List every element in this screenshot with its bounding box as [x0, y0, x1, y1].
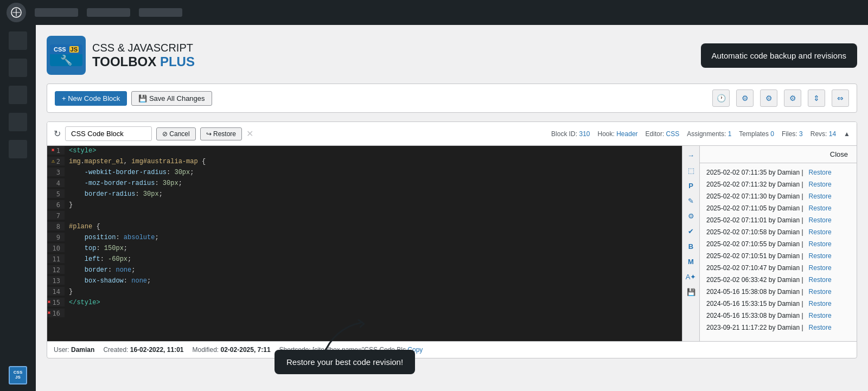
code-line-4: 4 -moz-border-radius: 30px; [47, 178, 682, 189]
code-line-13: 13 box-shadow: none; [47, 276, 682, 287]
revisions-close-button[interactable]: Close [828, 150, 850, 158]
code-line-2: ⚠ 2 img.mapster_el, img#australia-map { [47, 157, 682, 168]
editor-link[interactable]: CSS [666, 130, 680, 138]
revision-item-13: 2024-05-16 15:33:08 by Damian | Restore [700, 310, 857, 322]
assignments-link[interactable]: 1 [728, 130, 732, 138]
side-icon-b[interactable]: B [684, 239, 698, 253]
revision-restore-14[interactable]: Restore [809, 324, 832, 331]
revision-restore-9[interactable]: Restore [809, 264, 832, 272]
revision-restore-13[interactable]: Restore [809, 312, 832, 319]
side-icon-a-star[interactable]: A✦ [684, 270, 698, 284]
revision-restore-5[interactable]: Restore [809, 216, 832, 224]
cancel-button[interactable]: ⊘ Cancel [156, 127, 196, 140]
sidebar-icon-1[interactable] [9, 31, 27, 50]
revision-restore-2[interactable]: Restore [809, 181, 832, 188]
sidebar-icon-4[interactable] [9, 113, 27, 131]
line-gutter-14: 14 [47, 287, 65, 296]
collapse-panel-icon[interactable]: ▲ [844, 130, 850, 138]
revisions-header: Close [700, 146, 857, 163]
close-x-icon[interactable]: ✕ [246, 129, 253, 139]
line-gutter-1: ✖ 1 [47, 146, 65, 155]
revs-link[interactable]: 14 [829, 130, 836, 138]
block-id-link[interactable]: 310 [579, 130, 590, 138]
revision-restore-6[interactable]: Restore [809, 228, 832, 236]
revision-date-7: 2025-02-02 07:10:55 by Damian | [706, 240, 803, 248]
footer-user: User: Damian [54, 346, 94, 354]
line-content-16 [65, 309, 682, 318]
revision-restore-4[interactable]: Restore [809, 204, 832, 212]
plugin-logo: CSS JS 🔧 [47, 36, 86, 75]
copy-link[interactable]: Copy [407, 346, 423, 354]
line-num-9: 9 [56, 234, 60, 241]
save-changes-button[interactable]: 💾 Save All Changes [131, 91, 212, 106]
restore-label: ↪ Restore [206, 130, 236, 138]
line-gutter-2: ⚠ 2 [47, 157, 65, 165]
revision-restore-8[interactable]: Restore [809, 252, 832, 260]
revision-restore-12[interactable]: Restore [809, 300, 832, 307]
plugin-sidebar-icon[interactable]: CSSJS [9, 366, 27, 384]
line-content-2: img.mapster_el, img#australia-map { [65, 157, 682, 166]
code-body: ✖ 1 <style> ⚠ 2 img.mapster_el, img#aust… [47, 146, 857, 341]
plugin-name-css: CSS & JAVASCRIPT [92, 42, 193, 54]
sidebar-icon-3[interactable] [9, 86, 27, 104]
side-icon-check[interactable]: ✔ [684, 224, 698, 238]
plugin-title-block: CSS & JAVASCRIPT TOOLBOX PLUS [92, 42, 195, 69]
revision-restore-10[interactable]: Restore [809, 276, 832, 284]
code-line-15: ✖ 15 </style> [47, 298, 682, 309]
line-gutter-5: 5 [47, 189, 65, 198]
hook-link[interactable]: Header [616, 130, 637, 138]
admin-menu-item-1[interactable] [35, 8, 78, 17]
code-line-1: ✖ 1 <style> [47, 146, 682, 157]
templates-link[interactable]: 0 [770, 130, 774, 138]
wordpress-logo[interactable] [7, 3, 26, 22]
line-gutter-13: 13 [47, 276, 65, 285]
line-content-3: -webkit-border-radius: 30px; [65, 168, 682, 177]
code-panel: ↻ ⊘ Cancel ↪ Restore ✕ Block ID: 310 Hoo… [47, 121, 857, 358]
footer-created: Created: 16-02-2022, 11:01 [103, 346, 183, 354]
admin-bar [0, 0, 868, 25]
plugin-plus: PLUS [160, 54, 195, 69]
line-num-16: 16 [53, 310, 60, 317]
side-icon-gear[interactable]: ⚙ [684, 209, 698, 223]
refresh-icon[interactable]: ↻ [54, 129, 61, 139]
admin-menu-item-2[interactable] [87, 8, 130, 17]
revision-item-4: 2025-02-02 07:11:05 by Damian | Restore [700, 202, 857, 214]
expand-icon-btn[interactable]: ⇕ [808, 89, 825, 107]
settings2-icon-btn[interactable]: ⚙ [760, 89, 777, 107]
revision-restore-1[interactable]: Restore [809, 169, 832, 176]
sidebar-icon-5[interactable] [9, 140, 27, 158]
line-num-3: 3 [56, 169, 60, 176]
code-line-10: 10 top: 150px; [47, 243, 682, 254]
block-name-input[interactable] [65, 126, 152, 141]
sidebar-icon-2[interactable] [9, 59, 27, 77]
side-icon-arrow[interactable]: → [684, 148, 698, 162]
code-line-16: ✖ 16 [47, 309, 682, 319]
line-gutter-15: ✖ 15 [47, 298, 65, 306]
line-content-15: </style> [65, 298, 682, 307]
revision-restore-11[interactable]: Restore [809, 288, 832, 296]
revision-restore-7[interactable]: Restore [809, 240, 832, 248]
restore-button[interactable]: ↪ Restore [200, 127, 242, 140]
plugin-subtitle: TOOLBOX [92, 54, 156, 69]
line-num-10: 10 [53, 245, 60, 252]
revision-restore-3[interactable]: Restore [809, 193, 832, 200]
revision-item-1: 2025-02-02 07:11:35 by Damian | Restore [700, 166, 857, 178]
line-gutter-16: ✖ 16 [47, 309, 65, 317]
line-gutter-9: 9 [47, 233, 65, 241]
side-icon-edit[interactable]: ✎ [684, 194, 698, 208]
collapse-icon-btn[interactable]: ⇔ [832, 89, 849, 107]
history-icon-btn[interactable]: 🕐 [712, 89, 730, 107]
settings3-icon-btn[interactable]: ⚙ [784, 89, 801, 107]
code-editor[interactable]: ✖ 1 <style> ⚠ 2 img.mapster_el, img#aust… [47, 146, 682, 341]
settings1-icon-btn[interactable]: ⚙ [736, 89, 754, 107]
side-icon-p[interactable]: P [684, 178, 698, 193]
side-icon-m[interactable]: M [684, 254, 698, 268]
side-icon-save[interactable]: 💾 [684, 285, 698, 299]
code-line-8: 8 #plane { [47, 222, 682, 233]
files-link[interactable]: 3 [799, 130, 803, 138]
side-icon-view[interactable]: ⬚ [684, 163, 698, 177]
admin-menu-item-3[interactable] [139, 8, 182, 17]
new-code-block-button[interactable]: + New Code Block [55, 91, 127, 106]
line-content-13: box-shadow: none; [65, 276, 682, 286]
line-num-7: 7 [56, 212, 60, 220]
